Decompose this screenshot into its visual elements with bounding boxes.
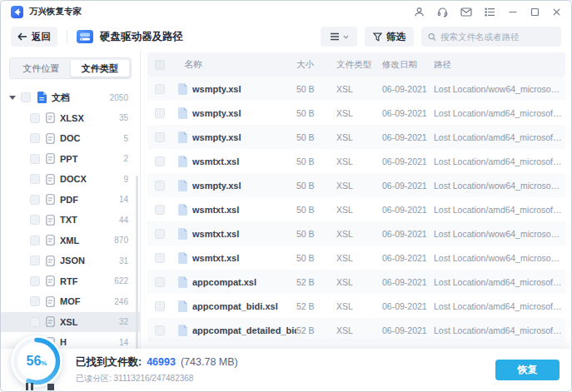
sidebar-item[interactable]: XLSX 35 xyxy=(1,108,140,129)
drive-icon xyxy=(77,29,93,44)
tree-root-documents[interactable]: 文档 2050 xyxy=(1,87,140,108)
sidebar-item[interactable]: MOF 246 xyxy=(1,291,140,312)
user-icon[interactable] xyxy=(414,7,425,17)
row-checkbox[interactable] xyxy=(155,229,165,239)
column-header-type[interactable]: 文件类型 xyxy=(336,59,382,71)
file-date: 06-09-2021 xyxy=(382,156,434,166)
checkbox[interactable] xyxy=(30,133,40,143)
table-row[interactable]: wsmtxt.xsl 50 B XSL 06-09-2021 Lost Loca… xyxy=(147,149,565,173)
file-path: Lost Location/amd64_microsoft-wind... xyxy=(434,132,565,142)
file-size: 50 B xyxy=(296,229,336,239)
row-checkbox[interactable] xyxy=(155,301,165,311)
search-input[interactable] xyxy=(440,32,555,42)
sidebar-item[interactable]: XML 870 xyxy=(1,231,140,251)
table-row[interactable]: wsmpty.xsl 50 B XSL 06-09-2021 Lost Loca… xyxy=(147,101,565,125)
recover-button[interactable]: 恢复 xyxy=(495,360,560,380)
file-size: 50 B xyxy=(296,205,336,215)
file-date: 06-09-2021 xyxy=(382,205,434,215)
view-mode-button[interactable] xyxy=(321,27,357,47)
table-row[interactable]: appcompat_bidi.xsl 52 B XSL 06-09-2021 L… xyxy=(147,294,565,318)
column-header-path[interactable]: 路径 xyxy=(434,59,565,71)
table-row[interactable]: wsmpty.xsl 50 B XSL 06-09-2021 Lost Loca… xyxy=(147,77,565,101)
file-path: Lost Location/amd64_microsoft-wind... xyxy=(434,277,565,287)
checkbox[interactable] xyxy=(30,256,40,265)
file-date: 06-09-2021 xyxy=(382,229,434,239)
checkbox[interactable] xyxy=(30,215,40,225)
sidebar-item[interactable]: PPT 2 xyxy=(1,149,140,170)
sidebar-item[interactable]: JSON 31 xyxy=(1,251,140,271)
sidebar-item[interactable]: RTF 622 xyxy=(1,271,140,292)
file-type: XSL xyxy=(336,301,382,311)
file-size: 50 B xyxy=(296,156,336,166)
row-checkbox[interactable] xyxy=(155,108,165,118)
title-bar: 万兴恢复专家 xyxy=(1,1,571,22)
back-button[interactable]: 返回 xyxy=(11,27,57,47)
app-logo-icon xyxy=(11,6,23,18)
stop-button[interactable] xyxy=(47,384,54,390)
file-size: 52 B xyxy=(296,277,336,287)
select-all-checkbox[interactable] xyxy=(155,60,165,70)
file-name: wsmtxt.xsl xyxy=(192,253,296,263)
filter-button[interactable]: 筛选 xyxy=(365,27,414,47)
page-title: 硬盘驱动器及路径 xyxy=(100,30,183,44)
sidebar-item-count: 9 xyxy=(123,175,128,184)
minimize-icon[interactable] xyxy=(508,7,518,17)
app-title: 万兴恢复专家 xyxy=(29,6,82,17)
maximize-icon[interactable] xyxy=(530,7,540,17)
row-checkbox[interactable] xyxy=(155,156,165,166)
table-row[interactable]: wsmtxt.xsl 50 B XSL 06-09-2021 Lost Loca… xyxy=(147,197,565,221)
sidebar-item-count: 14 xyxy=(119,195,128,204)
file-type: XSL xyxy=(336,108,382,118)
caret-down-icon[interactable] xyxy=(9,96,16,100)
sidebar-item-count: 44 xyxy=(119,216,128,225)
headset-icon[interactable] xyxy=(437,7,448,17)
tab-file-location[interactable]: 文件位置 xyxy=(12,60,71,77)
menu-icon[interactable] xyxy=(485,7,495,17)
row-checkbox[interactable] xyxy=(155,325,165,335)
document-outline-icon xyxy=(46,153,55,164)
sidebar-item[interactable]: DOC 5 xyxy=(1,128,140,149)
checkbox[interactable] xyxy=(30,174,40,184)
sidebar-item[interactable]: TXT 44 xyxy=(1,210,140,231)
column-header-size[interactable]: 大小 xyxy=(296,59,336,71)
row-checkbox[interactable] xyxy=(155,277,165,287)
sidebar-item[interactable]: XSL 32 xyxy=(1,312,140,333)
checkbox[interactable] xyxy=(30,317,40,327)
checkbox[interactable] xyxy=(30,296,40,306)
file-icon xyxy=(172,325,192,336)
document-outline-icon xyxy=(46,194,55,205)
column-header-date[interactable]: 修改日期 xyxy=(382,59,434,71)
file-name: wsmpty.xsl xyxy=(192,181,296,191)
table-body: wsmpty.xsl 50 B XSL 06-09-2021 Lost Loca… xyxy=(147,77,565,366)
tab-file-type[interactable]: 文件类型 xyxy=(71,60,130,77)
file-type: XSL xyxy=(336,84,382,94)
table-row[interactable]: appcompat.xsl 52 B XSL 06-09-2021 Lost L… xyxy=(147,270,565,294)
sidebar-item[interactable]: DOCX 9 xyxy=(1,169,140,190)
sidebar-item[interactable]: PDF 14 xyxy=(1,190,140,211)
table-row[interactable]: wsmtxt.xsl 50 B XSL 06-09-2021 Lost Loca… xyxy=(147,246,565,270)
pause-button[interactable] xyxy=(26,383,33,390)
column-header-name[interactable]: 名称 xyxy=(172,58,296,71)
checkbox[interactable] xyxy=(30,113,40,123)
row-checkbox[interactable] xyxy=(155,253,165,263)
checkbox[interactable] xyxy=(30,276,40,286)
row-checkbox[interactable] xyxy=(155,132,165,142)
row-checkbox[interactable] xyxy=(155,181,165,191)
file-name: wsmtxt.xsl xyxy=(192,156,296,166)
checkbox[interactable] xyxy=(30,154,40,164)
table-row[interactable]: wsmtxt.xsl 50 B XSL 06-09-2021 Lost Loca… xyxy=(147,221,565,246)
sidebar-item-count: 2 xyxy=(123,154,128,163)
table-row[interactable]: wsmpty.xsl 50 B XSL 06-09-2021 Lost Loca… xyxy=(147,173,565,197)
checkbox[interactable] xyxy=(30,236,40,246)
table-row[interactable]: appcompat_detailed_bidi.xsl 52 B XSL 06-… xyxy=(147,318,565,342)
mail-icon[interactable] xyxy=(460,7,472,17)
table-row[interactable]: wsmpty.xsl 50 B XSL 06-09-2021 Lost Loca… xyxy=(147,125,565,149)
checkbox[interactable] xyxy=(30,195,40,205)
file-path: Lost Location/wow64_microsoft-wind... xyxy=(434,181,565,191)
row-checkbox[interactable] xyxy=(155,84,165,94)
table-header: 名称 大小 文件类型 修改日期 路径 xyxy=(147,52,565,77)
row-checkbox[interactable] xyxy=(155,205,165,215)
sidebar-scrollbar[interactable] xyxy=(136,176,138,375)
checkbox[interactable] xyxy=(21,92,31,102)
close-icon[interactable] xyxy=(552,7,561,17)
